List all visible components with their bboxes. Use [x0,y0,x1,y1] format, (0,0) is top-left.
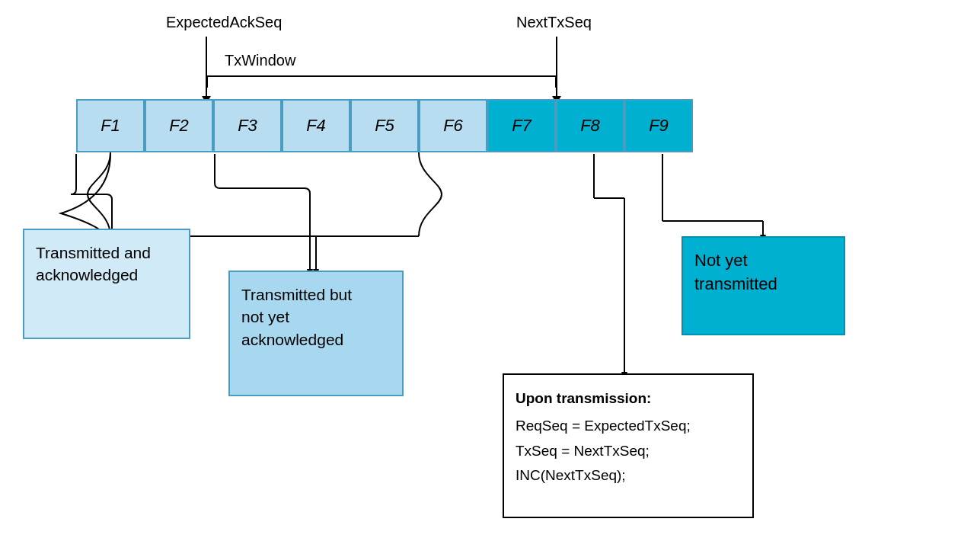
frame-row: F1 F2 F3 F4 F5 F6 F7 F8 F9 [76,99,693,152]
arrow-expected-ack-seq [206,37,207,98]
frame-F5: F5 [350,99,419,152]
frame-F6: F6 [419,99,487,152]
frame-F3: F3 [213,99,282,152]
upon-transmission-line-3: INC(NextTxSeq); [516,463,741,488]
label-expected-ack-seq: ExpectedAckSeq [166,14,282,31]
box-transmitted-not-acked-text: Transmitted butnot yetacknowledged [241,286,352,348]
arrow-next-tx-seq [556,37,557,98]
box-not-yet-transmitted-text: Not yettransmitted [694,251,777,293]
diagram: ExpectedAckSeq NextTxSeq TxWindow [0,0,980,554]
upon-transmission-line-1: ReqSeq = ExpectedTxSeq; [516,414,741,438]
frame-F1: F1 [76,99,145,152]
frame-F8: F8 [556,99,624,152]
box-transmitted-not-acked: Transmitted butnot yetacknowledged [228,271,404,396]
frame-F7: F7 [487,99,556,152]
box-transmitted-acked: Transmitted andacknowledged [23,229,190,339]
box-transmitted-acked-text: Transmitted andacknowledged [36,244,151,283]
upon-transmission-line-2: TxSeq = NextTxSeq; [516,439,741,463]
frame-F9: F9 [624,99,693,152]
frame-F2: F2 [145,99,213,152]
box-upon-transmission: Upon transmission: ReqSeq = ExpectedTxSe… [503,373,754,518]
label-next-tx-seq: NextTxSeq [516,14,592,31]
box-not-yet-transmitted: Not yettransmitted [682,236,845,335]
label-tx-window: TxWindow [225,52,295,69]
frame-F4: F4 [282,99,350,152]
upon-transmission-title: Upon transmission: [516,386,741,411]
